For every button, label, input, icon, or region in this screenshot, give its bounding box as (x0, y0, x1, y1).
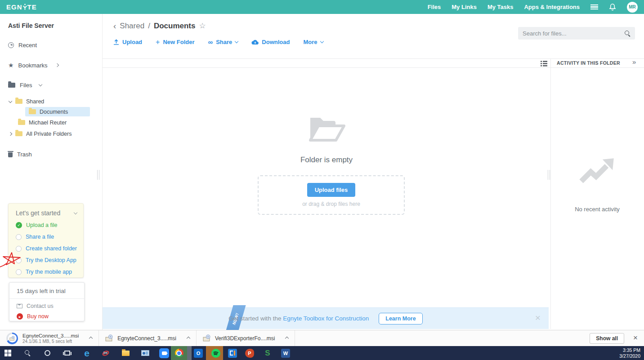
search-icon[interactable] (625, 31, 631, 36)
download-menu-caret[interactable] (187, 336, 190, 340)
folder-icon (8, 83, 15, 88)
snipping-tool-icon[interactable]: ✂ (100, 346, 112, 360)
star-icon: ★ (8, 63, 14, 68)
upload-button[interactable]: Upload (113, 39, 142, 45)
gs-item-create-shared-folder[interactable]: Create shared folder (9, 245, 83, 252)
bell-icon[interactable] (609, 3, 616, 11)
top-navigation-bar: EGN TE Files My Links My Tasks Apps & In… (0, 0, 644, 14)
app-icon-s[interactable]: S (262, 346, 273, 360)
breadcrumb-parent[interactable]: Shared (120, 22, 144, 31)
close-downloads-bar-icon[interactable]: × (633, 333, 638, 342)
play-circle-icon: ▶ (17, 313, 23, 320)
chrome-icon[interactable] (173, 346, 185, 360)
chevron-down-icon[interactable] (9, 99, 12, 102)
edge-icon[interactable]: e (81, 346, 93, 360)
taskbar-strip (187, 346, 192, 360)
trial-panel: 15 days left in trial Contact us ▶ Buy n… (9, 282, 85, 321)
nav-files[interactable]: Files (428, 4, 441, 10)
tree-item-all-private-folders[interactable]: All Private Folders (0, 129, 102, 138)
learn-more-button[interactable]: Learn More (379, 313, 422, 324)
getting-started-panel: Let's get started ✓ Upload a file Share … (8, 203, 84, 278)
sidebar-item-files[interactable]: Files (0, 81, 102, 89)
msi-file-icon (203, 334, 210, 342)
empty-folder-title: Folder is empty (103, 156, 550, 164)
download-button[interactable]: Download (251, 39, 290, 45)
gs-item-upload-a-file[interactable]: ✓ Upload a file (9, 222, 83, 228)
collapse-panel-icon[interactable]: » (632, 58, 635, 66)
show-all-downloads-button[interactable]: Show all (590, 333, 624, 344)
taskbar-search-icon[interactable] (22, 346, 33, 360)
logo-text-left: EGN (6, 3, 22, 11)
tree-item-shared[interactable]: Shared (0, 97, 102, 106)
upload-icon (113, 39, 119, 45)
list-view-icon[interactable] (541, 61, 547, 67)
close-banner-icon[interactable]: × (535, 313, 541, 322)
gs-item-try-desktop-app[interactable]: Try the Desktop App (9, 257, 83, 263)
sidebar-item-label: Recent (18, 42, 37, 49)
new-folder-button[interactable]: + New Folder (156, 39, 194, 45)
panel-divider (550, 58, 551, 329)
top-nav-links: Files My Links My Tasks Apps & Integrati… (428, 2, 638, 13)
app-icon-bracket[interactable] (227, 346, 238, 360)
file-explorer-icon[interactable] (120, 346, 131, 360)
trash-icon (8, 152, 13, 157)
contact-us-button[interactable]: Contact us (9, 303, 84, 309)
download-menu-caret[interactable] (89, 336, 93, 340)
panel-resize-grip[interactable] (548, 170, 550, 180)
outlook-icon[interactable]: O (192, 346, 204, 360)
sidebar-item-trash[interactable]: Trash (0, 150, 102, 158)
gs-item-label: Try the Desktop App (26, 257, 76, 263)
chevron-down-icon[interactable] (74, 210, 77, 214)
powerpoint-icon[interactable]: P (244, 346, 255, 360)
radio-circle-icon (16, 269, 22, 275)
nav-apps-integrations[interactable]: Apps & Integrations (524, 4, 580, 10)
tree-item-documents-selected[interactable]: Documents (25, 107, 90, 116)
banner-toolbox-link[interactable]: Egnyte Toolbox for Construction (283, 315, 369, 322)
chevron-right-icon[interactable] (55, 63, 58, 67)
search-input[interactable] (523, 30, 625, 37)
trending-up-icon (578, 158, 616, 184)
sidebar-resize-grip[interactable] (97, 170, 99, 180)
folder-icon (15, 131, 22, 136)
gs-item-label: Share a file (26, 234, 54, 240)
presentation-app-icon[interactable] (139, 346, 151, 360)
nav-my-tasks[interactable]: My Tasks (487, 4, 514, 10)
word-icon[interactable]: W (280, 346, 291, 360)
tree-item-michael-reuter[interactable]: Michael Reuter (0, 118, 102, 127)
logo-text-right: TE (27, 3, 37, 11)
download-status: 24.1/36.1 MB, 5 secs left (22, 339, 79, 344)
tree-item-label: Michael Reuter (29, 120, 67, 126)
spotify-icon[interactable] (210, 346, 222, 360)
folder-toolbar: Upload + New Folder ∞ Share Download Mor… (113, 39, 323, 45)
download-item-1[interactable]: EgnyteConnect_3.....msi 24.1/36.1 MB, 5 … (0, 330, 99, 346)
sidebar-item-recent[interactable]: Recent (0, 41, 102, 49)
user-avatar[interactable]: MR (627, 2, 638, 13)
cortana-icon[interactable] (41, 346, 53, 360)
download-item-2[interactable]: EgnyteConnect_3.....msi (99, 330, 197, 346)
nav-my-links[interactable]: My Links (452, 4, 477, 10)
radio-circle-icon (16, 246, 22, 252)
start-button-icon[interactable] (2, 346, 13, 360)
gs-item-try-mobile-app[interactable]: Try the mobile app (9, 269, 83, 275)
hamburger-menu-icon[interactable] (590, 4, 598, 9)
egnyte-y-icon (22, 4, 27, 10)
egnyte-logo[interactable]: EGN TE (6, 3, 37, 11)
share-button[interactable]: ∞ Share (208, 39, 238, 45)
back-icon[interactable]: ‹ (113, 22, 116, 30)
bookmark-star-icon[interactable]: ☆ (199, 21, 206, 31)
search-box (518, 27, 635, 40)
download-item-3[interactable]: Verifi3DExporterFo....msi (197, 330, 295, 346)
chevron-right-icon[interactable] (9, 132, 12, 135)
gs-item-share-a-file[interactable]: Share a file (9, 234, 83, 240)
sidebar-item-bookmarks[interactable]: ★ Bookmarks (0, 61, 102, 69)
chevron-down-icon[interactable] (39, 82, 42, 86)
more-button[interactable]: More (303, 39, 323, 45)
task-view-icon[interactable] (61, 346, 73, 360)
drag-drop-zone[interactable]: Upload files or drag & drop files here (258, 175, 405, 215)
zoom-app-icon[interactable] (158, 346, 170, 360)
buy-now-button[interactable]: ▶ Buy now (9, 313, 84, 320)
taskbar-clock[interactable]: 3:35 PM 3/27/2020 (619, 347, 640, 359)
cloud-download-icon (251, 40, 259, 45)
download-menu-caret[interactable] (285, 336, 289, 340)
upload-files-button[interactable]: Upload files (307, 183, 356, 197)
